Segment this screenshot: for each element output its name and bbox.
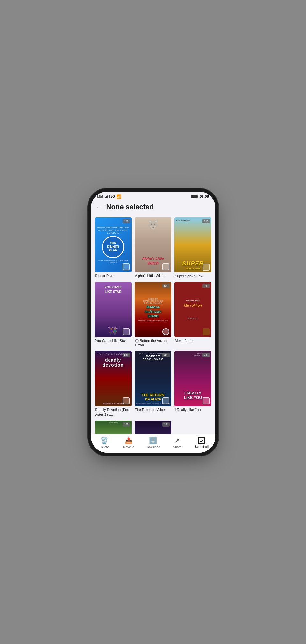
book-cover-wrap: Gabrielle QueenTranslator: Martyn Fogg I… [174, 351, 211, 406]
nav-select-all[interactable]: Select all [192, 437, 211, 449]
delete-label: Delete [100, 445, 109, 449]
progress-badge-6: 6% [202, 284, 210, 288]
list-item[interactable]: Edited byCRAIG STOCKINGS& JOHN CONNOR Be… [135, 282, 171, 348]
select-checkbox-3[interactable] [203, 264, 210, 271]
select-checkbox-4[interactable] [123, 328, 130, 335]
book-cover-wrap: YOU CAMELIKE STAR Mu Muyu 👫 [95, 282, 132, 337]
book-title-8: The Return of Alice [135, 407, 171, 412]
book-cover-wrap: Alpha's LittleWitch - Azeht - 🐺 [135, 217, 171, 272]
book-grid: SIMPLE WEEKNIGHT RECIPES & STRATEGIES FO… [95, 217, 211, 434]
signal-bar-4 [109, 195, 110, 198]
move-to-label: Move to [123, 445, 134, 449]
book-list-content: SIMPLE WEEKNIGHT RECIPES & STRATEGIES FO… [91, 215, 215, 434]
list-item[interactable]: YOU CAMELIKE STAR Mu Muyu 👫 You Came Lik… [95, 282, 132, 348]
battery-fill [192, 195, 198, 198]
select-checkbox-9[interactable] [203, 397, 210, 404]
super-author: Lin Jianjian [176, 219, 190, 222]
men-publisher: Booklassic [188, 317, 198, 320]
progress-badge-3: 1% [202, 219, 210, 223]
phone-frame: HD 5G 📶 08:08 ← None selected [91, 192, 215, 453]
move-to-icon: 📤 [125, 437, 133, 444]
select-all-label: Select all [195, 445, 209, 449]
download-label: Download [146, 445, 160, 449]
you-came-title-text: YOU CAMELIKE STAR [95, 285, 132, 294]
battery-icon [191, 195, 198, 198]
back-button[interactable]: ← [96, 203, 103, 210]
list-item[interactable]: SIMPLE WEEKNIGHT RECIPES & STRATEGIES FO… [95, 217, 132, 278]
status-right: 08:08 [191, 195, 209, 198]
download-icon: ⬇️ [149, 437, 157, 444]
nav-download[interactable]: ⬇️ Download [143, 437, 162, 449]
book-cover-wrap: SIMPLE WEEKNIGHT RECIPES & STRATEGIES FO… [95, 217, 132, 272]
checkmark-svg [199, 438, 204, 443]
book-title-2: Alpha's Little Witch [135, 273, 171, 278]
alphas-title-text: Alpha's LittleWitch [142, 257, 164, 266]
book-title-5: ◯ Before the Anzac Dawn [135, 338, 171, 348]
select-checkbox-6[interactable] [203, 328, 210, 335]
signal-type: 5G [111, 195, 115, 198]
book-title-7: Deadly Devotion (Port Aster Sec... [95, 407, 132, 417]
book-cover-wrap: PORT ASTER SECRETS deadlydevotion SANDRA… [95, 351, 132, 406]
book-title-9: I Really Like You [174, 407, 211, 412]
book-title-3: Super Son-In-Law [174, 274, 211, 278]
signal-bar-2 [106, 196, 107, 198]
book-cover-wrap: Howard Pyle Men of Iron Booklassic 6% [174, 282, 211, 337]
nav-delete[interactable]: 🗑️ Delete [95, 437, 114, 449]
time-display: 08:08 [200, 195, 209, 198]
progress-badge-10: 1% [123, 422, 130, 427]
status-bar: HD 5G 📶 08:08 [91, 192, 215, 200]
list-item[interactable]: 📚 1% [135, 421, 171, 434]
book-cover-wrap: 📚 1% [135, 421, 171, 434]
men-author: Howard Pyle [186, 300, 200, 302]
list-item[interactable]: Gabrielle QueenTranslator: Martyn Fogg I… [174, 351, 211, 417]
book-cover-wrap: Edited byCRAIG STOCKINGS& JOHN CONNOR Be… [135, 282, 171, 337]
you-came-silhouette: 👫 [109, 327, 117, 336]
anzac-editors: Edited byCRAIG STOCKINGS& JOHN CONNOR [143, 298, 163, 304]
deadly-title-text: deadlydevotion [96, 357, 130, 368]
list-item[interactable]: Alpha's LittleWitch - Azeht - 🐺 Alpha's … [135, 217, 171, 278]
signal-bars [105, 195, 110, 198]
list-item[interactable]: PORT ASTER SECRETS deadlydevotion SANDRA… [95, 351, 132, 417]
book-title-1: Dinner Plan [95, 273, 132, 278]
alphas-author: - Azeht - [149, 266, 157, 268]
anzac-title-text: BeforetheAnzacDawn [145, 305, 161, 319]
dinner-circle: TheDINNERPLAN [102, 236, 124, 258]
status-left: HD 5G 📶 [97, 194, 121, 199]
list-item[interactable]: Lin Jianjian SUPER Son-In-Law 1% Super S… [174, 217, 211, 278]
wolf-icon: 🐺 [147, 219, 159, 230]
anzac-subtitle: A Military History of Australia in 1914 [138, 320, 168, 322]
progress-badge-5: 6% [162, 284, 170, 288]
hd-badge: HD [97, 195, 103, 198]
progress-badge-7: 8% [123, 353, 130, 357]
nav-share[interactable]: ↗ Share [168, 437, 187, 449]
bottom-nav: 🗑️ Delete 📤 Move to ⬇️ Download ↗ Share … [91, 434, 215, 453]
book-subtitle: SIMPLE WEEKNIGHT RECIPES & STRATEGIES FO… [97, 226, 130, 234]
nav-move-to[interactable]: 📤 Move to [119, 437, 138, 449]
select-checkbox-1[interactable] [123, 263, 130, 270]
share-icon: ↗ [174, 437, 180, 444]
list-item[interactable]: Howard Pyle Men of Iron Booklassic 6% Me… [174, 282, 211, 348]
select-checkbox-8[interactable] [162, 397, 169, 404]
select-checkbox-2[interactable] [162, 263, 169, 270]
signal-bar-1 [105, 197, 106, 198]
select-checkbox-5[interactable] [162, 328, 169, 335]
header: ← None selected [91, 200, 215, 215]
signal-bar-3 [107, 195, 108, 198]
book-cover-wrap: DOCTOR WHO AUTHORROBERTJESCHONEK THE RET… [135, 351, 171, 406]
page-title: None selected [106, 203, 154, 211]
dinner-plan-title: TheDINNERPLAN [107, 242, 119, 252]
list-item[interactable]: Sylvia Adely 💑 1% [95, 421, 132, 434]
progress-badge-8: 3% [162, 353, 170, 357]
book-title-4: You Came Like Star [95, 338, 132, 343]
book-cover-wrap: Sylvia Adely 💑 1% [95, 421, 132, 434]
dinner-author: KATHY BRENNAN AND CAROLINE CAMPION [97, 259, 130, 263]
select-checkbox-7[interactable] [123, 397, 130, 404]
book-title-6: Men of Iron [174, 338, 211, 343]
progress-badge-11: 1% [162, 422, 170, 427]
progress-badge-1: 1% [123, 219, 130, 223]
share-label: Share [173, 445, 182, 449]
delete-icon: 🗑️ [100, 437, 108, 444]
select-all-icon [198, 437, 205, 444]
list-item[interactable]: DOCTOR WHO AUTHORROBERTJESCHONEK THE RET… [135, 351, 171, 417]
wifi-icon: 📶 [116, 194, 121, 199]
